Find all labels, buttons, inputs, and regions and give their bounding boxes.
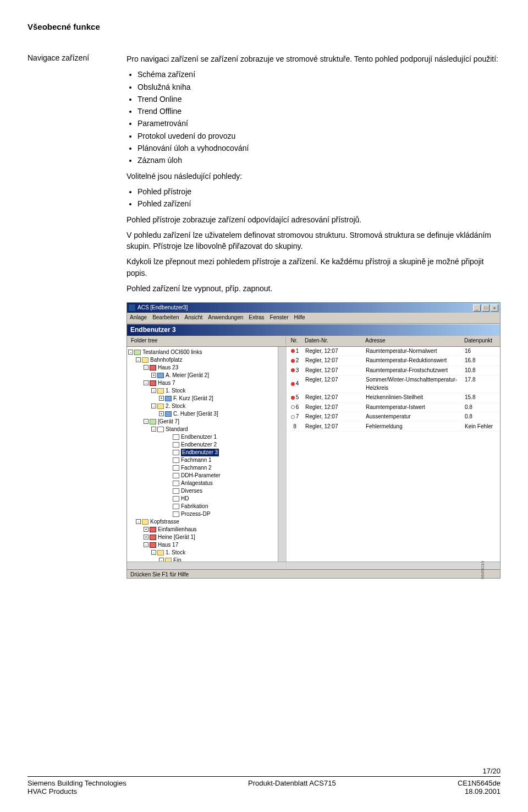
page-icon [173,488,179,494]
blue-icon [165,411,172,417]
status-dot-icon [291,368,295,372]
tree-node[interactable]: -[Gerät 7] [128,418,284,426]
tree-scrollbar[interactable] [278,347,285,562]
menu-item[interactable]: Extras [249,314,264,320]
tree-node[interactable]: +A. Meier [Gerät 2] [128,372,284,379]
tree-node[interactable]: -Testanland OCI600 links [128,348,284,356]
tree-node[interactable]: +Einfamilienhaus [128,526,284,533]
tree-node[interactable]: +F. Kurz [Gerät 2] [128,395,284,402]
tree-node[interactable]: Endbenutzer 1 [128,433,284,441]
tree-node[interactable]: -2. Stock [128,402,284,410]
tree-label: Fachmann 1 [181,456,212,464]
menu-item[interactable]: Anwendungen [208,314,243,320]
folder-icon [142,519,148,525]
footer-left: Siemens Building Technologies HVAC Produ… [28,779,127,795]
tree-node[interactable]: -1. Stock [128,387,284,395]
tree-label: 1. Stock [166,549,185,557]
page-heading: Všeobecné funkce [28,22,501,31]
tree-node[interactable]: Endbenutzer 3 [128,449,284,456]
tree-expand-icon[interactable]: - [136,519,141,524]
tree-expand-icon[interactable]: - [144,542,148,547]
house-icon [150,527,156,532]
grid-row[interactable]: 3Regler, 12:07Raumtemperatur-Frostschutz… [287,366,500,376]
tree-label: Haus 17 [158,541,178,549]
tree-expand-icon[interactable]: + [144,527,148,532]
close-button[interactable]: × [491,304,498,312]
tree-expand-icon[interactable]: - [144,419,148,424]
grid-pane[interactable]: 1Regler, 12:07Raumtemperatur-Normalwert1… [287,347,500,562]
menu-item[interactable]: Ansicht [185,314,203,320]
tree-expand-icon[interactable]: + [151,373,156,378]
maximize-button[interactable]: □ [482,304,490,312]
tree-expand-icon[interactable]: - [151,404,156,408]
blue-icon [165,396,172,401]
tree-node[interactable]: +Heine [Gerät 1] [128,533,284,541]
tree-expand-icon[interactable]: + [159,411,164,416]
minimize-button[interactable]: _ [473,304,481,312]
tree-node[interactable]: -Bahnhofplatz [128,356,284,364]
grid-row[interactable]: 2Regler, 12:07Raumtemperatur-Reduktionsw… [287,356,500,366]
tree-node[interactable]: -Standard [128,426,284,433]
tree-expand-icon[interactable]: - [128,350,133,355]
tree-node[interactable]: -Kopfstrasse [128,518,284,526]
folder-open-icon [134,350,141,355]
status-dot-icon [291,359,295,363]
tree-node[interactable]: -Ein [128,557,284,562]
h-scrollbar[interactable] [127,562,500,569]
grid-row[interactable]: 7Regler, 12:07Aussentemperatur0.8 [287,412,500,422]
blue-icon [157,373,164,378]
page-icon [173,457,179,463]
tree-node[interactable]: -Haus 23 [128,364,284,372]
tree-label: C. Huber [Gerät 3] [173,410,218,418]
page-icon [157,427,164,432]
tree-node[interactable]: Anlagestatus [128,479,284,487]
tree-node[interactable]: Diverses [128,487,284,495]
menu-item[interactable]: Hilfe [294,314,305,320]
window-title: ACS [Endbenutzer3] [138,304,188,312]
status-dot-icon [291,349,295,353]
page-icon [173,481,179,486]
body-text: Pro navigaci zařízení se zařízení zobraz… [127,53,501,579]
paragraph: Kdykoli lze přepnout mezi pohledem příst… [127,256,501,279]
grid-row[interactable]: 1Regler, 12:07Raumtemperatur-Normalwert1… [287,347,500,357]
menu-item[interactable]: Anlage [130,314,147,320]
col-datenpunkt: Datenpunkt [462,337,498,345]
tree-node[interactable]: Endbenutzer 2 [128,441,284,449]
window-titlebar: ACS [Endbenutzer3] _ □ × [127,303,500,313]
tree-node[interactable]: DDH-Parameter [128,472,284,479]
grid-row[interactable]: 8Regler, 12:07FehlermeldungKein Fehler [287,422,500,432]
tree-node[interactable]: Prozess-DP [128,510,284,518]
grid-row[interactable]: 6Regler, 12:07Raumtemperatur-Istwert0.8 [287,403,500,413]
page-icon [173,450,179,455]
tree-label: Kopfstrasse [150,518,179,526]
app-icon [129,304,135,311]
tree-node[interactable]: Fachmann 2 [128,464,284,472]
tree-expand-icon[interactable]: + [159,396,164,401]
tree-pane[interactable]: -Testanland OCI600 links-Bahnhofplatz-Ha… [127,347,287,562]
tree-node[interactable]: Fachmann 1 [128,456,284,464]
tree-expand-icon[interactable]: - [151,388,156,393]
columns-header: Folder tree Nr. Daten-Nr. Adresse Datenp… [127,336,500,347]
tree-node[interactable]: -1. Stock [128,549,284,557]
house-icon [150,535,156,540]
tree-label: F. Kurz [Gerät 2] [173,395,213,402]
tree-expand-icon[interactable]: + [144,535,148,539]
tree-expand-icon[interactable]: - [144,380,148,385]
menu-item[interactable]: Bearbeiten [152,314,179,320]
tree-label: Bahnhofplatz [150,356,182,364]
menu-item[interactable]: Fenster [270,314,289,320]
grid-row[interactable]: 5Regler, 12:07Heizkennlinien-Steilheit15… [287,393,500,403]
tree-node[interactable]: +C. Huber [Gerät 3] [128,410,284,418]
tree-node[interactable]: Fabrikation [128,503,284,510]
tree-expand-icon[interactable]: - [151,427,156,432]
tree-node[interactable]: HD [128,495,284,503]
tree-expand-icon[interactable]: - [151,550,156,555]
tree-expand-icon[interactable]: - [159,558,164,562]
tree-label: Fabrikation [181,503,208,510]
tree-expand-icon[interactable]: - [136,357,141,362]
grid-row[interactable]: 4Regler, 12:07Sommer/Winter-Umschalttemp… [287,375,500,393]
status-dot-icon [291,415,295,419]
tree-expand-icon[interactable]: - [144,365,148,370]
tree-node[interactable]: -Haus 7 [128,379,284,387]
tree-node[interactable]: -Haus 17 [128,541,284,549]
